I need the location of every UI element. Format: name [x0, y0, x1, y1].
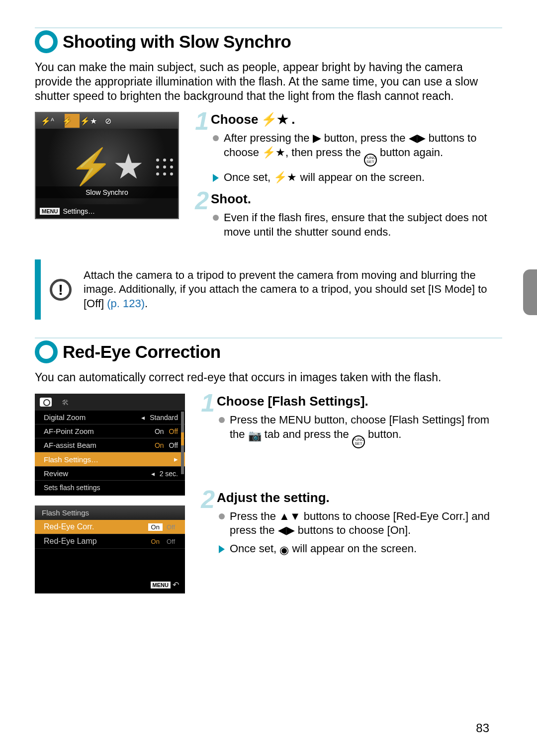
step1-title: Choose ⚡★ .	[211, 112, 502, 127]
page-ref-link[interactable]: (p. 123)	[107, 297, 145, 310]
slow-synchro-flash-icon: ⚡★	[273, 171, 297, 183]
circle-bullet-icon	[213, 135, 219, 141]
step-2: 2 Adjust the setting. Press the ▲▼ butto…	[197, 490, 502, 562]
section-heading-slow-synchro: Shooting with Slow Synchro	[35, 30, 502, 53]
menu-button-label: MENU	[40, 208, 60, 215]
step-number-icon: 2	[191, 190, 209, 212]
flash-row-red-eye-lamp: Red-Eye Lamp OnOff	[35, 534, 185, 549]
tripod-warning-note: ! Attach the camera to a tripod to preve…	[35, 259, 502, 320]
menu-row-af-point-zoom: AF-Point Zoom OnOff	[35, 424, 185, 438]
triangle-bullet-icon	[219, 545, 225, 553]
flash-row-red-eye-corr: Red-Eye Corr. OnOff	[35, 520, 185, 534]
flash-settings-screenshot: Flash Settings Red-Eye Corr. OnOff Red-E…	[35, 505, 185, 593]
step-2: 2 Shoot. Even if the flash fires, ensure…	[191, 191, 502, 243]
menu-row-review: Review ◂2 sec.	[35, 467, 185, 481]
section-heading-red-eye: Red-Eye Correction	[35, 340, 502, 363]
tools-tab-icon: 🛠	[62, 398, 69, 407]
step-1: 1 Choose [Flash Settings]. Press the MEN…	[197, 394, 502, 452]
circle-bullet-icon	[219, 417, 225, 423]
step-number-icon: 1	[191, 111, 209, 132]
red-eye-icon: ◉	[279, 543, 289, 558]
menu-row-digital-zoom: Digital Zoom ◂Standard	[35, 411, 185, 424]
step1-bullet-1: Press the MENU button, choose [Flash Set…	[219, 413, 502, 448]
step1-title: Choose [Flash Settings].	[217, 394, 502, 409]
step1-bullet-2: Once set, ⚡★ will appear on the screen.	[213, 170, 502, 185]
step2-bullet-2: Once set, ◉ will appear on the screen.	[219, 542, 502, 558]
heading-ring-icon	[35, 30, 58, 53]
flash-mode-toolbar: ⚡ᴬ⚡⚡★⊘	[36, 113, 178, 129]
func-set-icon: FUNCSET	[364, 154, 377, 167]
camera-tab-icon	[40, 398, 52, 407]
menu-help-text: Sets flash settings	[35, 481, 185, 496]
step-1: 1 Choose ⚡★ . After pressing the ▶ butto…	[191, 112, 502, 188]
camera-tab-icon: 📷	[248, 429, 262, 443]
page-thumb-tab	[523, 269, 537, 315]
step1-bullet-1: After pressing the ▶ button, press the ◀…	[213, 131, 502, 167]
menu-scrollbar	[181, 412, 184, 474]
slow-synchro-flash-icon: ⚡★	[262, 146, 285, 159]
section-divider	[35, 337, 502, 338]
section-title: Shooting with Slow Synchro	[63, 32, 291, 52]
circle-bullet-icon	[213, 215, 219, 221]
shooting-menu-screenshot: 🛠 Digital Zoom ◂Standard AF-Point Zoom O…	[35, 394, 185, 496]
step-number-icon: 1	[197, 393, 215, 414]
step-number-icon: 2	[197, 489, 215, 510]
section2-intro: You can automatically correct red-eye th…	[35, 370, 502, 385]
caution-icon: !	[50, 279, 72, 301]
slow-synchro-screenshot: ⚡ᴬ⚡⚡★⊘ ⚡★ Slow Synchro MENU Settings…	[35, 112, 179, 219]
menu-row-flash-settings: Flash Settings… ▸	[35, 452, 185, 467]
section-title: Red-Eye Correction	[63, 342, 221, 362]
heading-ring-icon	[35, 340, 58, 363]
menu-button-label: MENU	[151, 582, 171, 588]
mode-label: Slow Synchro	[36, 186, 178, 198]
func-set-icon: FUNCSET	[352, 435, 365, 448]
triangle-bullet-icon	[213, 174, 219, 182]
step2-title: Adjust the setting.	[217, 490, 502, 505]
step2-bullet-1: Press the ▲▼ buttons to choose [Red-Eye …	[219, 509, 502, 538]
footer-text: Settings…	[63, 207, 95, 215]
menu-row-af-assist-beam: AF-assist Beam OnOff	[35, 438, 185, 452]
return-icon: ↶	[173, 580, 179, 589]
section-divider	[35, 27, 502, 28]
section1-intro: You can make the main subject, such as p…	[35, 60, 502, 103]
page-number: 83	[476, 721, 489, 735]
slow-synchro-icon: ⚡★	[70, 146, 144, 187]
step2-title: Shoot.	[211, 191, 502, 207]
slow-synchro-flash-icon: ⚡★	[261, 112, 288, 127]
step2-bullet-1: Even if the flash fires, ensure that the…	[213, 211, 502, 239]
flash-settings-title: Flash Settings	[35, 505, 185, 520]
circle-bullet-icon	[219, 513, 225, 519]
